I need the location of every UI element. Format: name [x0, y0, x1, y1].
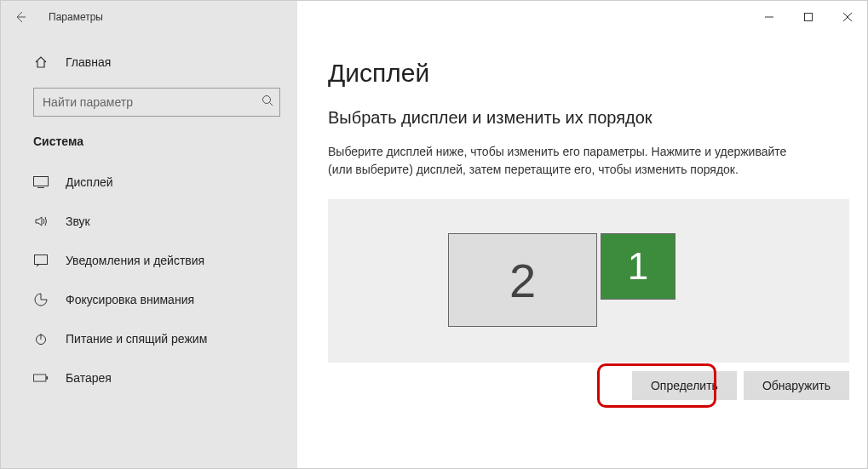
svg-rect-2	[34, 177, 49, 186]
sidebar-item-label: Звук	[66, 214, 90, 228]
svg-point-1	[263, 96, 271, 104]
maximize-icon	[804, 13, 813, 21]
back-button[interactable]	[1, 1, 40, 33]
search-icon	[262, 94, 273, 110]
title-bar: Параметры	[1, 1, 867, 33]
svg-rect-3	[35, 255, 48, 265]
notifications-icon	[33, 255, 49, 266]
monitor-arrangement[interactable]: 2 1	[328, 199, 849, 363]
sidebar-item-label: Дисплей	[66, 175, 113, 189]
sidebar-nav: Дисплей Звук Уведомления и действия	[1, 163, 297, 398]
sidebar-item-label: Фокусировка внимания	[66, 293, 194, 306]
sidebar-item-label: Уведомления и действия	[66, 254, 204, 267]
sidebar-item-notifications[interactable]: Уведомления и действия	[1, 241, 297, 280]
arrow-left-icon	[14, 10, 27, 24]
section-heading: Выбрать дисплеи и изменить их порядок	[328, 108, 836, 128]
content-area: Дисплей Выбрать дисплеи и изменить их по…	[297, 33, 867, 468]
focus-icon	[33, 293, 49, 306]
sidebar-home[interactable]: Главная	[1, 43, 297, 81]
svg-rect-0	[805, 14, 813, 21]
sidebar: Главная Система Дисплей	[1, 33, 297, 468]
close-button[interactable]	[828, 1, 867, 33]
monitor-1[interactable]: 1	[601, 233, 675, 300]
sidebar-item-label: Питание и спящий режим	[66, 332, 207, 346]
sidebar-item-label: Батарея	[66, 371, 112, 385]
search-input[interactable]	[33, 88, 280, 117]
sidebar-category: Система	[1, 129, 297, 154]
section-description: Выберите дисплей ниже, чтобы изменить ег…	[328, 143, 805, 179]
power-icon	[33, 332, 49, 346]
svg-rect-5	[33, 375, 45, 381]
sidebar-home-label: Главная	[66, 55, 111, 69]
search-wrap	[33, 88, 280, 117]
minimize-button[interactable]	[750, 1, 789, 33]
title-bar-left: Параметры	[1, 1, 297, 33]
sidebar-item-sound[interactable]: Звук	[1, 202, 297, 241]
sound-icon	[33, 214, 49, 228]
settings-window: Параметры Главная	[0, 0, 868, 469]
sidebar-item-power[interactable]: Питание и спящий режим	[1, 319, 297, 358]
button-row: Определить Обнаружить	[328, 371, 849, 400]
sidebar-item-display[interactable]: Дисплей	[1, 163, 297, 202]
window-title: Параметры	[40, 11, 103, 23]
detect-button[interactable]: Обнаружить	[744, 371, 849, 400]
page-title: Дисплей	[328, 59, 836, 88]
home-icon	[33, 55, 49, 69]
battery-icon	[33, 373, 49, 383]
window-controls	[750, 1, 867, 33]
window-body: Главная Система Дисплей	[1, 33, 867, 468]
sidebar-item-battery[interactable]: Батарея	[1, 358, 297, 398]
sidebar-item-focus[interactable]: Фокусировка внимания	[1, 280, 297, 319]
identify-button[interactable]: Определить	[632, 371, 737, 400]
display-icon	[33, 176, 49, 188]
close-icon	[843, 13, 852, 21]
minimize-icon	[765, 13, 773, 21]
svg-rect-6	[46, 376, 48, 380]
maximize-button[interactable]	[789, 1, 828, 33]
monitor-2[interactable]: 2	[448, 233, 597, 327]
